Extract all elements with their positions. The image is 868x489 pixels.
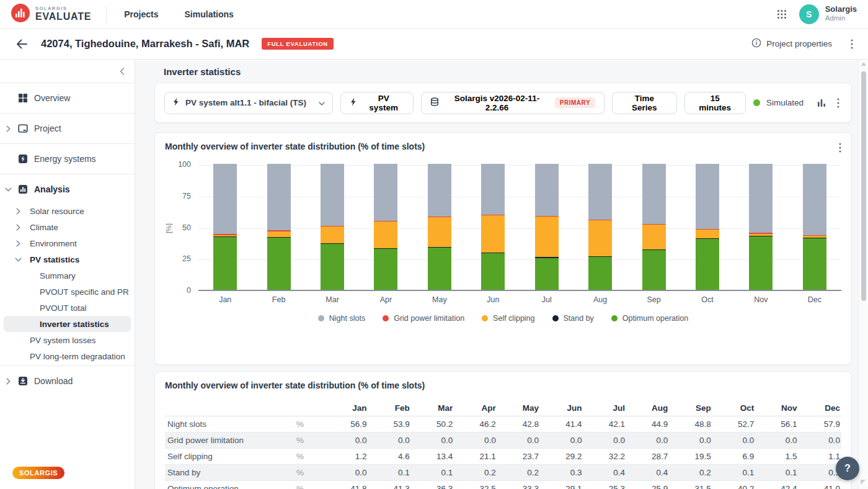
bar-segment-night-slots [535, 164, 559, 216]
vertical-scrollbar[interactable] [858, 60, 868, 489]
stacked-bar-jun[interactable] [481, 164, 505, 290]
legend-item-stand-by[interactable]: Stand by [552, 314, 594, 323]
stacked-bar-nov[interactable] [749, 164, 773, 290]
stacked-bar-sep[interactable] [642, 164, 666, 290]
stacked-bar-mar[interactable] [321, 164, 344, 290]
user-menu[interactable]: S Solargis Admin [799, 4, 857, 24]
database-version-button[interactable]: Solargis v2026-02-11-2.2.66 PRIMARY [421, 92, 604, 114]
nav-projects[interactable]: Projects [124, 9, 158, 19]
sidebar-collapse-button[interactable] [117, 65, 127, 78]
help-button[interactable]: ? [836, 457, 859, 480]
bar-segment-optimum-operation [749, 236, 773, 290]
bar-segment-self-clipping [374, 222, 397, 248]
stacked-bar-jan[interactable] [213, 164, 237, 290]
sidebar-item-pvout-specific-and-pr[interactable]: PVOUT specific and PR [4, 284, 131, 300]
stacked-bar-aug[interactable] [588, 164, 612, 290]
stacked-bar-oct[interactable] [696, 164, 719, 290]
sidebar-nav: OverviewProjectEnergy systemsAnalysisSol… [0, 83, 135, 395]
sidebar-item-pv-statistics[interactable]: PV statistics [0, 251, 135, 267]
pv-system-button-label: PV system [363, 94, 404, 112]
bolt-icon [350, 97, 358, 108]
bar-slot-jun [466, 165, 520, 290]
sidebar-item-overview[interactable]: Overview [0, 84, 135, 112]
legend-item-grid-power-limitation[interactable]: Grid power limitation [383, 314, 464, 323]
app-launcher-icon[interactable] [774, 7, 789, 22]
scrollbar-thumb[interactable] [861, 71, 866, 301]
table-cell: 0.3 [540, 468, 583, 477]
stacked-bar-dec[interactable] [803, 164, 826, 290]
bar-segment-optimum-operation [213, 237, 237, 290]
sidebar-divider [0, 143, 135, 144]
bar-slot-dec [788, 165, 841, 290]
bar-segment-night-slots [642, 164, 666, 224]
sidebar-item-download[interactable]: Download [0, 367, 135, 395]
row-label: Night slots [165, 419, 296, 429]
row-label: Stand by [165, 468, 296, 477]
legend-item-self-clipping[interactable]: Self clipping [482, 314, 534, 323]
chart-view-toggle-icon[interactable] [815, 96, 828, 110]
project-kebab-menu[interactable] [848, 37, 856, 52]
download-icon [17, 375, 29, 387]
x-tick-label: Oct [681, 295, 734, 304]
project-properties-label: Project properties [766, 39, 832, 48]
info-icon [751, 38, 761, 50]
pv-system-button[interactable]: PV system [340, 92, 414, 114]
table-col-header: Aug [626, 403, 669, 413]
pv-system-variant-select[interactable]: PV system alt1.1 - bifacial (TS) [164, 92, 333, 114]
stacked-bar-feb[interactable] [267, 164, 291, 290]
sidebar-item-analysis[interactable]: Analysis [0, 176, 135, 203]
time-series-button[interactable]: Time Series [612, 92, 676, 114]
back-button[interactable] [14, 37, 30, 52]
stacked-bar-may[interactable] [428, 164, 451, 290]
project-icon [17, 123, 29, 134]
scrollbar-up-arrow[interactable] [861, 62, 866, 66]
project-properties-button[interactable]: Project properties [751, 38, 832, 50]
sidebar-item-label: Project [34, 123, 61, 133]
table-cell: 41.0 [799, 484, 841, 489]
table-cell: 0.0 [368, 436, 410, 445]
x-tick-label: Mar [306, 295, 359, 304]
table-cell: 0.0 [669, 436, 712, 445]
table-col-header: Sep [669, 403, 712, 413]
top-navigation: Projects Simulations [124, 9, 234, 19]
table-cell: 0.2 [454, 468, 497, 477]
table-cell: 0.0 [454, 436, 497, 445]
sidebar-item-label: Environment [30, 239, 77, 248]
table-cell: 6.9 [712, 452, 755, 461]
table-cell: 0.1 [755, 468, 798, 477]
controls-kebab-menu[interactable] [835, 96, 842, 110]
stacked-bar-apr[interactable] [374, 164, 397, 290]
chevron-down-icon [319, 98, 325, 107]
sidebar-item-inverter-statistics[interactable]: Inverter statistics [4, 316, 131, 332]
sidebar-item-summary[interactable]: Summary [4, 267, 131, 284]
database-icon [430, 97, 439, 109]
chart-area: [%] 0255075100 [165, 165, 841, 291]
nav-simulations[interactable]: Simulations [185, 9, 234, 19]
legend-item-optimum-operation[interactable]: Optimum operation [611, 314, 688, 323]
interval-button[interactable]: 15 minutes [684, 92, 746, 114]
chart-title: Monthly overview of inverter state distr… [165, 141, 841, 151]
sidebar-item-energy-systems[interactable]: Energy systems [0, 145, 135, 173]
table-cell: 25.3 [583, 484, 626, 489]
sidebar-item-pvout-total[interactable]: PVOUT total [4, 300, 131, 316]
sidebar-item-environment[interactable]: Environment [0, 235, 135, 251]
sidebar-item-pv-long-term-degradation[interactable]: PV long-term degradation [0, 348, 135, 364]
legend-item-night-slots[interactable]: Night slots [318, 314, 365, 323]
sidebar-item-project[interactable]: Project [0, 115, 135, 142]
table-col-header: May [497, 403, 540, 413]
table-cell: 0.0 [540, 436, 583, 445]
solargis-evaluate-logo[interactable]: SOLARGIS EVALUATE [11, 4, 91, 25]
bar-segment-night-slots [481, 164, 505, 215]
bar-segment-optimum-operation [374, 249, 397, 290]
sidebar-item-solar-resource[interactable]: Solar resource [0, 203, 135, 219]
sidebar-divider [0, 174, 135, 174]
chart-kebab-menu[interactable] [836, 140, 844, 155]
stacked-bar-jul[interactable] [535, 164, 559, 290]
x-tick-label: Dec [788, 295, 841, 304]
sidebar-item-climate[interactable]: Climate [0, 219, 135, 235]
table-cell: 0.1 [368, 468, 410, 477]
bar-segment-self-clipping [696, 230, 719, 238]
sidebar-item-pv-system-losses[interactable]: PV system losses [0, 332, 135, 348]
table-cell: 19.5 [669, 452, 712, 461]
table-row-stand-by: Stand by%0.00.10.10.20.20.30.40.40.20.10… [165, 465, 841, 481]
